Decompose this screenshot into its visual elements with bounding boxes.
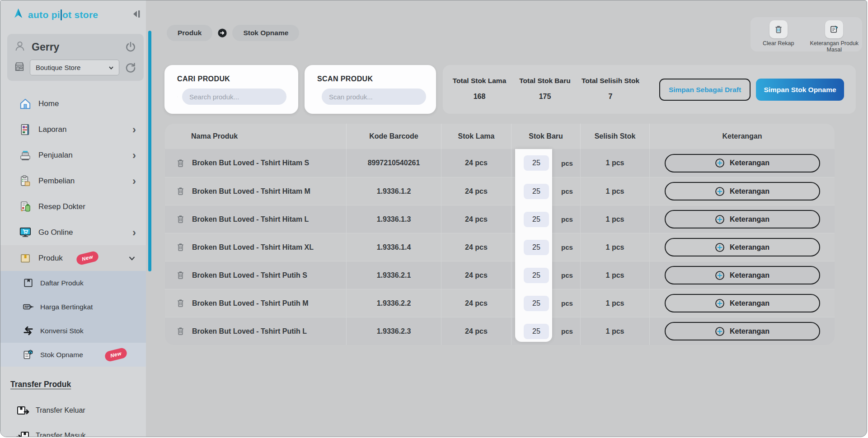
stok-baru-input[interactable]: [524, 212, 549, 227]
keterangan-button[interactable]: Keterangan: [665, 266, 820, 284]
header-stok-baru: Stok Baru: [511, 124, 581, 149]
unit-label: pcs: [561, 159, 573, 167]
delete-row-icon[interactable]: [176, 186, 185, 196]
stok-baru-input[interactable]: [524, 324, 549, 339]
simpan-stok-opname-button[interactable]: Simpan Stok Opname: [756, 79, 844, 101]
sidebar-item-konversi-stok[interactable]: Konversi Stok: [0, 319, 146, 343]
table-body: Broken But Loved - Tshirt Hitam S 899721…: [165, 149, 835, 345]
stok-opname-table: Nama Produk Kode Barcode Stok Lama Stok …: [165, 124, 835, 345]
collapse-sidebar-icon[interactable]: [130, 8, 142, 20]
unit-label: pcs: [561, 243, 573, 251]
sidebar-item-laporan[interactable]: Laporan ›: [0, 116, 146, 142]
delete-row-icon[interactable]: [176, 158, 185, 168]
stok-baru-input[interactable]: [524, 155, 549, 171]
delete-row-icon[interactable]: [176, 298, 185, 308]
table-row: Broken But Loved - Tshirt Hitam L 1.9336…: [165, 205, 835, 233]
keterangan-button-label: Keterangan: [730, 299, 769, 308]
total-stok-baru-label: Total Stok Baru: [509, 77, 581, 85]
selisih-stok-value: 1 pcs: [581, 205, 650, 233]
storefront-icon: [14, 61, 25, 75]
product-barcode: 1.9336.2.3: [347, 317, 441, 345]
sidebar-item-transfer-masuk[interactable]: Transfer Masuk: [0, 423, 146, 437]
keterangan-button-label: Keterangan: [730, 187, 769, 196]
keterangan-button[interactable]: Keterangan: [665, 294, 820, 312]
store-select[interactable]: Boutique Store: [30, 60, 119, 75]
brand-name: auto piot store: [28, 9, 98, 20]
product-name: Broken But Loved - Tshirt Putih M: [192, 299, 308, 308]
sidebar-item-transfer-keluar[interactable]: Transfer Keluar: [0, 398, 146, 423]
scrollbar-thumb[interactable]: [148, 31, 151, 271]
stok-lama-value: 24 pcs: [441, 205, 511, 233]
sidebar-item-label: Konversi Stok: [40, 327, 84, 335]
refresh-icon[interactable]: [125, 62, 136, 74]
simpan-sebagai-draft-button[interactable]: Simpan Sebagai Draft: [659, 79, 751, 101]
keterangan-button[interactable]: Keterangan: [665, 154, 820, 172]
delete-row-icon[interactable]: [176, 326, 185, 336]
purchase-clipboard-icon: [19, 174, 32, 188]
sidebar-item-resep-dokter[interactable]: Resep Dokter: [0, 194, 146, 219]
keterangan-button-label: Keterangan: [730, 327, 769, 335]
sidebar-menu: Home Laporan › Penjualan › Pembelian › R…: [0, 91, 146, 271]
sidebar-item-go-online[interactable]: Go Online ›: [0, 219, 146, 245]
keterangan-produk-masal-button[interactable]: Keterangan Produk Masal: [807, 20, 861, 53]
keterangan-button-label: Keterangan: [730, 243, 769, 252]
sidebar: auto piot store Gerry Boutique Store: [0, 0, 146, 437]
stok-lama-value: 24 pcs: [441, 149, 511, 177]
search-icon: [177, 91, 178, 103]
online-store-icon: [19, 226, 32, 239]
sidebar-item-label: Resep Dokter: [38, 202, 136, 211]
scan-produk-title: SCAN PRODUK: [317, 75, 424, 83]
product-barcode: 1.9336.1.2: [347, 177, 441, 205]
selisih-stok-value: 1 pcs: [581, 177, 650, 205]
scan-produk-input[interactable]: [322, 89, 426, 105]
transfer-in-icon: [16, 429, 30, 437]
sidebar-item-produk[interactable]: Produk New: [0, 245, 146, 271]
stock-opname-icon: [22, 349, 34, 361]
keterangan-button[interactable]: Keterangan: [665, 182, 820, 200]
sidebar-item-stok-opname[interactable]: Stok Opname New: [0, 343, 146, 367]
table-row: Broken But Loved - Tshirt Putih M 1.9336…: [165, 289, 835, 317]
delete-row-icon[interactable]: [176, 214, 185, 224]
new-badge: New: [104, 347, 128, 362]
sidebar-item-label: Go Online: [38, 228, 132, 237]
stok-baru-input[interactable]: [524, 296, 549, 311]
plus-circle-icon: [715, 326, 725, 336]
user-name: Gerry: [32, 41, 125, 53]
breadcrumb-produk[interactable]: Produk: [167, 25, 212, 41]
delete-row-icon[interactable]: [176, 270, 185, 280]
keterangan-button[interactable]: Keterangan: [665, 322, 820, 340]
scan-produk-card: SCAN PRODUK: [305, 65, 436, 114]
search-produk-input[interactable]: [182, 89, 286, 105]
user-icon: [14, 40, 26, 54]
store-select-value: Boutique Store: [36, 64, 108, 71]
header-keterangan: Keterangan: [650, 124, 835, 149]
logout-power-icon[interactable]: [125, 41, 136, 53]
svg-text:RP: RP: [24, 305, 29, 309]
stok-baru-input[interactable]: [524, 268, 549, 283]
header-kode-barcode: Kode Barcode: [347, 124, 441, 149]
sidebar-item-pembelian[interactable]: Pembelian ›: [0, 168, 146, 194]
breadcrumb-stok-opname[interactable]: Stok Opname: [232, 25, 299, 41]
sidebar-item-harga-bertingkat[interactable]: RP Harga Bertingkat: [0, 295, 146, 319]
cash-register-icon: [19, 149, 32, 162]
sidebar-item-home[interactable]: Home: [0, 91, 146, 116]
clear-rekap-label: Clear Rekap: [763, 40, 794, 47]
sidebar-item-label: Stok Opname: [40, 351, 83, 359]
unit-label: pcs: [561, 299, 573, 307]
chevron-right-icon: ›: [132, 150, 136, 161]
stok-baru-input[interactable]: [524, 184, 549, 199]
keterangan-button[interactable]: Keterangan: [665, 238, 820, 256]
product-barcode: 1.9336.2.1: [347, 261, 441, 289]
clear-rekap-button[interactable]: Clear Rekap: [752, 20, 805, 47]
plus-circle-icon: [715, 158, 725, 168]
delete-row-icon[interactable]: [176, 242, 185, 252]
stok-baru-input[interactable]: [524, 240, 549, 255]
keterangan-button[interactable]: Keterangan: [665, 210, 820, 228]
sidebar-item-daftar-produk[interactable]: Daftar Produk: [0, 271, 146, 295]
selisih-stok-value: 1 pcs: [581, 289, 650, 317]
logo-bar: [61, 9, 62, 20]
sidebar-item-penjualan[interactable]: Penjualan ›: [0, 142, 146, 168]
transfer-out-icon: [16, 403, 30, 418]
transfer-produk-header: Transfer Produk: [10, 380, 71, 389]
breadcrumb-arrow-icon: [217, 28, 227, 38]
